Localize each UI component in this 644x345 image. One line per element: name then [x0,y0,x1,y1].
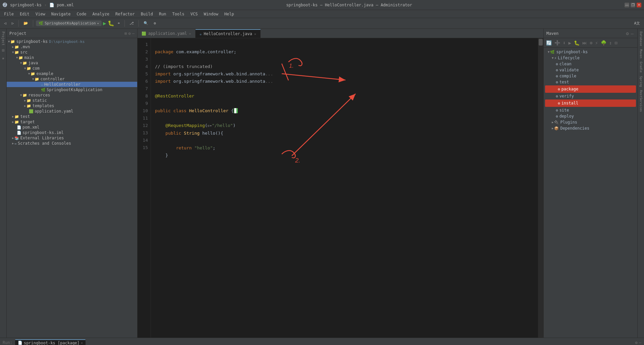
maven-validate[interactable]: ⚙ validate [544,67,637,73]
gradle-icon[interactable]: Gradle [639,60,643,74]
coverage-button[interactable]: ☂ [116,20,122,26]
tree-static[interactable]: ▶ 📁 static [7,98,137,103]
maven-deploy[interactable]: ⚙ deploy [544,113,637,119]
back-button[interactable]: ◁ [2,20,8,26]
database-icon[interactable]: Database [639,30,643,47]
maven-settings-btn[interactable]: ⚙ [625,30,630,37]
recent-files-button[interactable]: 📂 [21,20,30,26]
bottom-minimize-btn[interactable]: — [639,340,641,345]
maven-tree-btn[interactable]: 🌳 [600,40,607,46]
maven-compile[interactable]: ⚙ compile [544,73,637,79]
tree-test[interactable]: ▶ 📁 test [7,114,137,119]
tree-target[interactable]: ▶ 📁 target [7,119,137,125]
java-arrow: ▼ [20,61,22,65]
maven-dependencies[interactable]: ▶ 📦 Dependencies [544,125,637,131]
tree-example[interactable]: ▼ 📁 example [7,71,137,76]
structure-icon[interactable]: ⊞ [0,48,7,53]
favorites-icon[interactable]: ★ [0,54,7,62]
git-button[interactable]: ⎇ [127,20,136,26]
translate-button[interactable]: A文 [632,20,642,26]
maven-package[interactable]: ⚙ package [545,85,636,93]
tree-resources[interactable]: ▼ 📁 resources [7,92,137,98]
tab-run[interactable]: 📄 springboot-ks [package] ✕ [15,339,86,345]
menu-vcs[interactable]: VCS [188,11,201,17]
tree-app-yaml[interactable]: 🟩 application.yaml [7,109,137,114]
maven-clean[interactable]: ⚙ clean [544,61,637,67]
tree-pom[interactable]: 📄 pom.xml [7,125,137,130]
tree-templates[interactable]: ▶ 📁 templates [7,103,137,109]
tree-iml[interactable]: 📄 springboot-ks.iml [7,130,137,135]
tree-main[interactable]: ▼ 📁 main [7,55,137,60]
tab-java-close[interactable]: ✕ [254,32,256,36]
spring-side-icon[interactable]: Spring [639,75,643,88]
tree-src[interactable]: ▼ 📁 src [7,50,137,55]
maven-generate-btn[interactable]: ⚡ [594,40,599,46]
settings-button[interactable]: ⚙ [152,20,158,26]
file-tab[interactable]: 📄 pom.xml [49,3,74,7]
scrollbar-thumb[interactable] [539,39,543,46]
menu-run[interactable]: Run [156,11,169,17]
tree-scratches[interactable]: ▶ ✏ Scratches and Consoles [7,141,137,146]
tree-springboot-app[interactable]: 🌿 SpringbootKsApplication [7,87,137,92]
project-filter-btn[interactable]: ⚙ [128,31,131,36]
tab-hello-controller[interactable]: ☕ HelloController.java ✕ [196,29,261,38]
run-config-selector[interactable]: 🌿 SpringbootKsApplication ▾ [36,20,102,26]
close-button[interactable]: ✕ [637,3,641,7]
minimize-button[interactable]: — [625,3,629,7]
menu-window[interactable]: Window [201,11,221,17]
maven-install[interactable]: ⚙ install [545,99,636,107]
editor-scrollbar[interactable] [538,38,543,338]
tab-yaml-close[interactable]: ✕ [189,32,191,36]
tree-mvn[interactable]: ▶ 📁 .mvn [7,44,137,50]
maven-plugins[interactable]: ▶ 🔌 Plugins [544,119,637,125]
tab-yaml-icon: 🟩 [142,31,146,36]
maven-root[interactable]: ▼ 🌿 springboot-ks [544,49,637,55]
menu-build[interactable]: Build [138,11,156,17]
maven-collapse-btn[interactable]: ⊟ [613,40,618,46]
tab-application-yaml[interactable]: 🟩 application.yaml ✕ [138,29,196,38]
project-tool-icon[interactable]: Project [1,30,6,47]
menu-help[interactable]: Help [222,11,237,17]
debug-button[interactable]: 🐛 [108,20,114,26]
menu-code[interactable]: Code [74,11,89,17]
maven-test[interactable]: ⚙ test [544,79,637,85]
bottom-settings-btn[interactable]: ⚙ [635,340,638,345]
maven-lifecycle[interactable]: ▼ ⚡ Lifecycle [544,55,637,61]
forward-button[interactable]: ▷ [10,20,16,26]
tree-java[interactable]: ▼ 📁 java [7,60,137,66]
menu-tools[interactable]: Tools [170,11,187,17]
maven-debug-btn[interactable]: 🐛 [573,40,581,46]
maven-refresh-btn[interactable]: 🔄 [545,40,553,46]
maven-site[interactable]: ⚙ site [544,107,637,113]
menu-refactor[interactable]: Refactor [113,11,138,17]
maven-profile-btn[interactable]: ⊕ [589,40,593,46]
tree-hello-controller[interactable]: ☕ HelloController [7,82,137,87]
tree-controller[interactable]: ▼ 📁 controller [7,76,137,82]
run-tab-close[interactable]: ✕ [81,341,83,345]
code-editor[interactable]: package com.example.controller; // (impo… [151,38,538,338]
project-minimize-btn[interactable]: — [132,31,135,36]
maven-add-btn[interactable]: ➕ [553,40,561,46]
menu-edit[interactable]: Edit [17,11,32,17]
run-button[interactable]: ▶ [103,20,106,26]
tree-root[interactable]: ▼ 📁 springboot-ks D:\springboot-ks [7,39,137,44]
project-layout-btn[interactable]: ⊞ [124,31,127,36]
menu-navigate[interactable]: Navigate [49,11,73,17]
code-area[interactable]: 1 2 3 4 5 6 7 8 9 10 11 12 13 14 15 pack… [138,38,543,338]
tree-external-libs[interactable]: ▶ 📚 External Libraries [7,135,137,141]
maven-toggle-btn[interactable]: ↕ [608,40,613,46]
menu-analyze[interactable]: Analyze [90,11,112,17]
menu-file[interactable]: File [1,11,16,17]
maven-verify[interactable]: ⚙ verify [544,93,637,99]
maven-side-icon[interactable]: Maven [639,48,643,60]
maximize-button[interactable]: ❐ [631,3,635,7]
maven-skip-btn[interactable]: ⏭ [581,40,588,46]
menu-view[interactable]: View [33,11,48,17]
search-everywhere-button[interactable]: 🔍 [142,20,150,26]
tree-com[interactable]: ▼ 📁 com [7,66,137,71]
maven-download-btn[interactable]: ⬇ [562,40,567,46]
maven-run-btn[interactable]: ▶ [567,40,572,46]
maven-minimize-btn[interactable]: — [630,30,635,37]
project-tab[interactable]: springboot-ks [10,3,42,7]
restservices-icon[interactable]: RestServices [639,89,643,113]
